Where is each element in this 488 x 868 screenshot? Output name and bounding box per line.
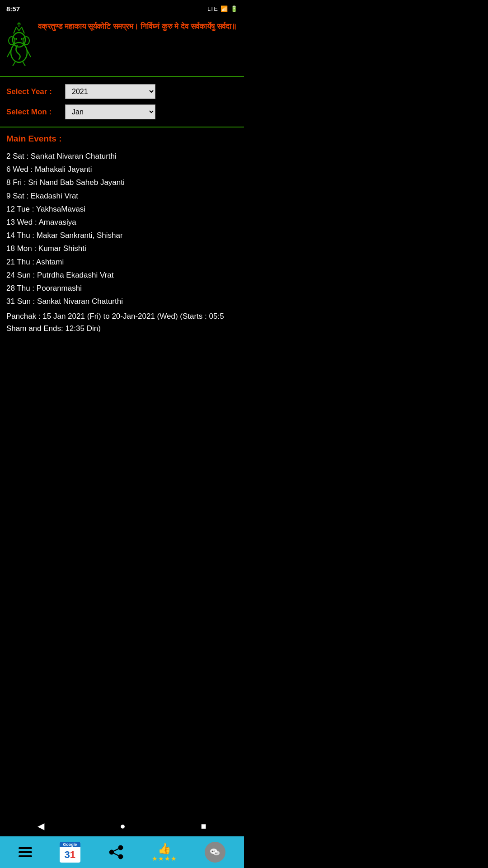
selector-area: Select Year : 2019 2020 2021 2022 2023 S…: [0, 77, 244, 127]
svg-point-3: [23, 37, 29, 45]
year-label: Select Year :: [6, 87, 65, 96]
svg-point-5: [21, 38, 23, 40]
svg-point-4: [15, 38, 17, 40]
event-item: 31 Sun : Sankat Nivaran Chaturthi: [6, 295, 238, 307]
month-label: Select Mon :: [6, 108, 65, 117]
app-header: वक्रतुण्ड महाकाय सूर्यकोटि समप्रभ। निर्व…: [0, 16, 244, 77]
events-list: 2 Sat : Sankat Nivaran Chaturthi6 Wed : …: [6, 150, 238, 307]
panchak-note: Panchak : 15 Jan 2021 (Fri) to 20-Jan-20…: [6, 310, 238, 335]
battery-icon: 🔋: [230, 5, 238, 12]
event-item: 14 Thu : Makar Sankranti, Shishar: [6, 229, 238, 241]
svg-line-9: [13, 61, 15, 66]
year-select[interactable]: 2019 2020 2021 2022 2023: [65, 84, 155, 99]
svg-point-2: [9, 37, 15, 45]
signal-icon: 📶: [221, 5, 228, 12]
lte-icon: LTE: [207, 5, 218, 12]
status-icons: LTE 📶 🔋: [207, 5, 238, 12]
event-item: 28 Thu : Pooranmashi: [6, 282, 238, 294]
svg-line-10: [23, 61, 25, 66]
event-item: 6 Wed : Mahakali Jayanti: [6, 163, 238, 175]
status-bar: 8:57 LTE 📶 🔋: [0, 0, 244, 16]
event-item: 24 Sun : Putrdha Ekadashi Vrat: [6, 269, 238, 281]
svg-line-8: [27, 50, 31, 57]
svg-line-7: [7, 50, 11, 57]
year-selector-row: Select Year : 2019 2020 2021 2022 2023: [6, 84, 238, 99]
events-area: Main Events : 2 Sat : Sankat Nivaran Cha…: [0, 127, 244, 341]
month-selector-row: Select Mon : Jan Feb Mar Apr May Jun Jul…: [6, 104, 238, 119]
event-item: 2 Sat : Sankat Nivaran Chaturthi: [6, 150, 238, 162]
event-item: 21 Thu : Ashtami: [6, 256, 238, 268]
events-title: Main Events :: [6, 134, 238, 144]
event-item: 18 Mon : Kumar Shishti: [6, 242, 238, 255]
header-title: वक्रतुण्ड महाकाय सूर्यकोटि समप्रभ। निर्व…: [38, 21, 239, 33]
event-item: 12 Tue : YakhsaMavasi: [6, 203, 238, 215]
month-select[interactable]: Jan Feb Mar Apr May Jun Jul Aug Sep Oct …: [65, 104, 155, 119]
ganesh-icon: [5, 21, 33, 70]
event-item: 8 Fri : Sri Nand Bab Saheb Jayanti: [6, 176, 238, 189]
status-time: 8:57: [6, 5, 20, 13]
logo-area: [5, 21, 33, 70]
event-item: 13 Wed : Amavasiya: [6, 216, 238, 228]
event-item: 9 Sat : Ekadashi Vrat: [6, 190, 238, 202]
